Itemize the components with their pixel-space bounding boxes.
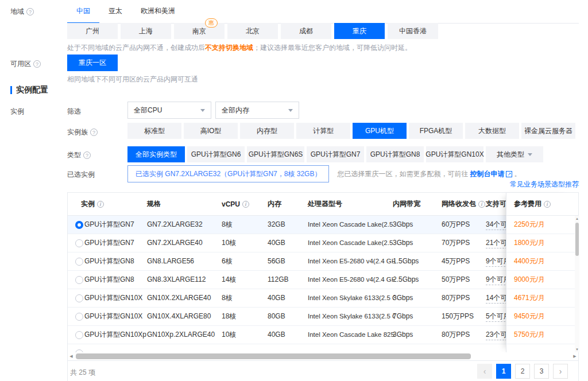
- cell-cpu_model: Intel Xeon Skylake 6133(2.5 GHz): [308, 308, 395, 325]
- row-radio[interactable]: [75, 294, 83, 302]
- type-button-4[interactable]: GPU计算型GN8: [366, 146, 424, 162]
- horizontal-scroll-track[interactable]: [75, 353, 571, 359]
- scroll-left-icon[interactable]: [68, 354, 75, 359]
- cell-mem: 112GB: [268, 271, 288, 289]
- selected-instance-label: 已选实例: [67, 170, 95, 180]
- scroll-down-icon[interactable]: [575, 347, 579, 352]
- family-button-4[interactable]: GPU机型: [353, 123, 407, 139]
- city-button-5[interactable]: 重庆: [334, 23, 385, 39]
- table-header-row: 实例规格vCPU内存处理器型号内网带宽网络收发包支持可用区: [68, 193, 578, 216]
- instance-family-list: 标准型高IO型内存型计算型GPU机型FPGA机型大数据型裸金属云服务器: [127, 123, 575, 139]
- cell-bandwidth: 3Gbps: [393, 234, 413, 252]
- pagination-next-button[interactable]: [553, 364, 568, 379]
- scroll-up-icon[interactable]: [575, 216, 579, 221]
- row-radio[interactable]: [75, 239, 83, 247]
- help-icon[interactable]: [83, 151, 91, 159]
- row-radio[interactable]: [75, 276, 83, 284]
- cell-bandwidth: 3Gbps: [393, 289, 413, 307]
- price-pinned-column: 参考费用 2250元/月1800元/月4400元/月9000元/月4671元/月…: [506, 193, 575, 352]
- instance-row-6[interactable]: GPU计算型GN10XpGN10Xp.2XLARGE4010核40GBIntel…: [68, 326, 578, 344]
- zone-chongqing-1-button[interactable]: 重庆一区: [67, 55, 118, 71]
- col-header-5: 内网带宽: [393, 193, 420, 215]
- row-radio[interactable]: [75, 313, 83, 321]
- family-button-1[interactable]: 高IO型: [184, 123, 238, 139]
- cell-vcpu: 18核: [222, 308, 236, 325]
- cell-bandwidth: 3Gbps: [393, 216, 413, 234]
- row-radio[interactable]: [75, 221, 83, 229]
- pagination-page-3[interactable]: 3: [534, 364, 549, 379]
- cell-instance: GPU计算型GN10X: [84, 289, 142, 307]
- pagination-page-2[interactable]: 2: [515, 364, 530, 379]
- region-tab-0[interactable]: 中国: [67, 1, 99, 23]
- scroll-right-icon[interactable]: [571, 354, 578, 359]
- pagination-prev-button[interactable]: [477, 364, 492, 379]
- instance-row-0[interactable]: GPU计算型GN7GN7.2XLARGE328核32GBIntel Xeon C…: [68, 216, 578, 234]
- section-title-text: 实例配置: [16, 85, 48, 95]
- city-button-0[interactable]: 广州: [67, 23, 118, 39]
- scenario-recommend-link[interactable]: 常见业务场景选型推荐: [510, 180, 579, 189]
- section-title-instance-config: 实例配置: [10, 85, 48, 95]
- instance-row-7[interactable]: [68, 344, 578, 352]
- cell-instance: GPU计算型GN7: [84, 234, 134, 252]
- city-button-4[interactable]: 成都: [281, 23, 331, 39]
- col-header-text: 处理器型号: [308, 199, 342, 209]
- help-icon[interactable]: [33, 60, 41, 68]
- pagination-page-1[interactable]: 1: [496, 364, 511, 379]
- console-apply-link[interactable]: 控制台申请: [470, 169, 504, 179]
- instance-row-4[interactable]: GPU计算型GN10XGN10X.2XLARGE408核40GBIntel Xe…: [68, 289, 578, 308]
- type-button-0[interactable]: 全部实例类型: [127, 146, 185, 162]
- row-radio[interactable]: [75, 258, 83, 266]
- region-tab-1[interactable]: 亚太: [99, 1, 131, 23]
- vertical-scrollbar[interactable]: [575, 216, 579, 352]
- type-button-5[interactable]: GPU计算型GN10X: [426, 146, 483, 162]
- instance-row-2[interactable]: GPU计算型GN8GN8.LARGE566核56GBIntel Xeon E5-…: [68, 252, 578, 271]
- type-label-text: 类型: [67, 150, 81, 160]
- row-radio[interactable]: [75, 331, 83, 339]
- instance-label: 实例: [10, 107, 24, 116]
- family-button-7[interactable]: 裸金属云服务器: [521, 123, 575, 139]
- family-button-2[interactable]: 内存型: [240, 123, 294, 139]
- cell-cpu_model: Intel Xeon E5-2680 v4(2.4 GHz): [308, 252, 395, 270]
- family-button-6[interactable]: 大数据型: [465, 123, 519, 139]
- city-button-3[interactable]: 北京: [227, 23, 278, 39]
- cell-pps: 45万PPS: [442, 252, 470, 270]
- vertical-scroll-thumb[interactable]: [575, 223, 579, 256]
- city-button-1[interactable]: 上海: [121, 23, 171, 39]
- memory-filter-select[interactable]: 全部内存: [215, 102, 299, 119]
- info-icon[interactable]: [478, 201, 485, 208]
- zone-label-text: 可用区: [10, 59, 31, 69]
- region-label: 地域: [10, 7, 34, 17]
- info-icon[interactable]: [242, 201, 249, 208]
- selected-instance-chip: 已选实例 GN7.2XLARGE32（GPU计算型GN7，8核 32GB）: [127, 165, 329, 182]
- type-button-3[interactable]: GPU计算型GN7: [307, 146, 364, 162]
- cell-price: 1800元/月: [506, 234, 575, 252]
- col-header-1: 规格: [147, 193, 161, 215]
- type-button-1[interactable]: GPU计算型GN6: [187, 146, 245, 162]
- help-icon[interactable]: [26, 8, 34, 15]
- region-tab-2[interactable]: 欧洲和美洲: [131, 1, 184, 23]
- instance-row-5[interactable]: GPU计算型GN10XGN10X.4XLARGE8018核80GBIntel X…: [68, 308, 578, 326]
- cell-pps: 80万PPS: [442, 326, 470, 344]
- city-button-2[interactable]: 南京惠: [174, 23, 225, 39]
- quota-note: 您已选择重庆一区，如需更多配额，可前往 控制台申请 。: [337, 169, 521, 179]
- instance-row-1[interactable]: GPU计算型GN7GN7.2XLARGE4010核40GBIntel Xeon …: [68, 234, 578, 252]
- cell-mem: 56GB: [268, 252, 285, 270]
- type-button-2[interactable]: GPU计算型GN6S: [247, 146, 304, 162]
- info-icon[interactable]: [544, 201, 551, 208]
- family-button-5[interactable]: FPGA机型: [409, 123, 463, 139]
- chevron-down-icon: [528, 153, 532, 158]
- cell-bandwidth: 7Gbps: [393, 308, 413, 325]
- cell-cpu_model: [308, 344, 395, 352]
- horizontal-scroll-thumb[interactable]: [76, 353, 471, 359]
- instance-row-3[interactable]: GPU计算型GN8GN8.3XLARGE11214核112GBIntel Xeo…: [68, 271, 578, 289]
- city-button-6[interactable]: 中国香港: [388, 23, 438, 39]
- type-button-6[interactable]: 其他类型: [486, 146, 543, 162]
- table-body: GPU计算型GN7GN7.2XLARGE328核32GBIntel Xeon C…: [68, 216, 578, 352]
- info-icon[interactable]: [97, 201, 104, 208]
- family-button-0[interactable]: 标准型: [127, 123, 181, 139]
- horizontal-scrollbar[interactable]: [68, 352, 578, 360]
- family-button-3[interactable]: 计算型: [296, 123, 350, 139]
- external-link-icon[interactable]: [506, 171, 512, 177]
- help-icon[interactable]: [90, 129, 98, 136]
- cpu-filter-select[interactable]: 全部CPU: [127, 102, 211, 119]
